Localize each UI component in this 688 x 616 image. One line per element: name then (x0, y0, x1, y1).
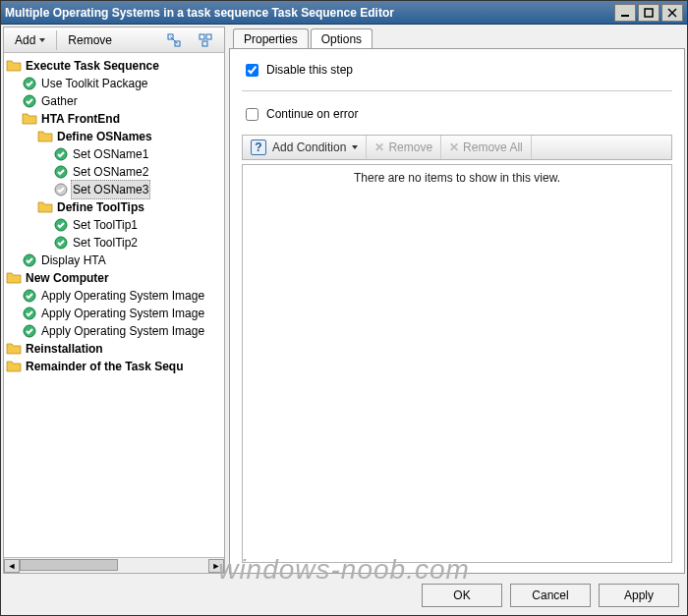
folder-icon (6, 270, 22, 286)
tree-item[interactable]: Set ToolTip1 (6, 216, 222, 234)
folder-icon (6, 341, 22, 357)
tree-item-label: Set OSName3 (71, 180, 150, 199)
tabs: Properties Options (229, 27, 685, 48)
scroll-right-arrow[interactable]: ► (208, 559, 224, 573)
add-condition-label: Add Condition (272, 140, 346, 154)
folder-icon (6, 359, 22, 374)
cancel-button[interactable]: Cancel (510, 584, 591, 607)
tree-item-label: Define ToolTips (55, 198, 146, 216)
add-step-button[interactable]: Add (8, 29, 52, 51)
tree-item-label: HTA FrontEnd (39, 110, 122, 128)
tab-properties[interactable]: Properties (233, 28, 309, 48)
tree-item[interactable]: Apply Operating System Image (6, 322, 222, 340)
remove-all-label: Remove All (463, 140, 523, 154)
tree-item-label: Set OSName2 (71, 163, 150, 181)
svg-rect-1 (645, 9, 653, 17)
folder-icon (37, 129, 53, 144)
tree-item-label: Gather (39, 92, 80, 110)
continue-on-error-checkbox[interactable]: Continue on error (242, 103, 672, 125)
tab-options[interactable]: Options (311, 28, 373, 48)
task-sequence-editor-window: Multiple Operating Systems in a task seq… (0, 0, 688, 616)
tree-item-label: New Computer (24, 269, 111, 287)
tree-item[interactable]: New Computer (6, 269, 222, 287)
tree-item-label: Set OSName1 (71, 145, 150, 163)
help-icon: ? (251, 140, 266, 155)
tree-item[interactable]: Define ToolTips (6, 198, 222, 216)
conditions-toolbar: ? Add Condition ✕ Remove ✕ Remove All (242, 135, 672, 160)
tree-item[interactable]: Gather (6, 92, 222, 110)
check-icon (22, 252, 37, 268)
tree-item[interactable]: Use Toolkit Package (6, 75, 222, 92)
tree-item-label: Apply Operating System Image (39, 287, 206, 305)
disable-checkbox-input[interactable] (246, 64, 258, 77)
check-icon (53, 164, 69, 180)
title-bar[interactable]: Multiple Operating Systems in a task seq… (1, 1, 687, 25)
tree-item[interactable]: Apply Operating System Image (6, 305, 222, 322)
svg-rect-8 (202, 41, 207, 46)
add-condition-button[interactable]: ? Add Condition (243, 136, 367, 159)
tree-item[interactable]: Execute Task Sequence (6, 57, 222, 75)
folder-icon (22, 111, 37, 127)
check-icon (53, 217, 69, 233)
collapse-all-icon[interactable] (189, 29, 220, 51)
tree-item-label: Reinstallation (24, 340, 105, 358)
task-sequence-tree[interactable]: Execute Task SequenceUse Toolkit Package… (4, 53, 224, 379)
apply-button[interactable]: Apply (599, 584, 679, 607)
tree-item[interactable]: Apply Operating System Image (6, 287, 222, 305)
check-icon (22, 323, 37, 339)
continue-label: Continue on error (266, 107, 358, 121)
tree-item[interactable]: Set OSName3 (6, 181, 222, 198)
tree-toolbar: Add Remove (4, 28, 224, 53)
check-icon (22, 288, 37, 304)
tree-item[interactable]: Remainder of the Task Sequ (6, 358, 222, 375)
tree-item[interactable]: Display HTA (6, 252, 222, 269)
chevron-down-icon (39, 38, 45, 42)
tree-item[interactable]: Set ToolTip2 (6, 234, 222, 252)
delete-icon: ✕ (374, 140, 384, 154)
disable-label: Disable this step (266, 63, 353, 77)
tree-item[interactable]: Reinstallation (6, 340, 222, 358)
empty-list-text: There are no items to show in this view. (354, 171, 560, 185)
tree-item-label: Apply Operating System Image (39, 322, 206, 340)
minimize-button[interactable] (614, 4, 636, 22)
check-icon (22, 76, 37, 91)
window-title: Multiple Operating Systems in a task seq… (5, 1, 394, 25)
chevron-down-icon (352, 145, 358, 149)
folder-icon (37, 199, 53, 215)
svg-rect-6 (200, 34, 204, 39)
maximize-button[interactable] (638, 4, 659, 22)
left-pane: Add Remove Execute Tas (3, 27, 225, 574)
gray-icon (53, 182, 69, 197)
ok-button[interactable]: OK (422, 584, 502, 607)
remove-step-button[interactable]: Remove (61, 29, 119, 51)
tree-item-label: Set ToolTip2 (71, 234, 140, 252)
tree-item-label: Display HTA (39, 252, 108, 269)
check-icon (22, 306, 37, 321)
tree-horizontal-scrollbar[interactable]: ◄ ► (4, 557, 224, 573)
tree-item-label: Execute Task Sequence (24, 57, 161, 75)
right-pane: Properties Options Disable this step Con… (229, 27, 685, 574)
tree-item-label: Use Toolkit Package (39, 75, 150, 92)
scroll-left-arrow[interactable]: ◄ (4, 559, 20, 573)
disable-step-checkbox[interactable]: Disable this step (242, 59, 672, 81)
remove-label: Remove (68, 33, 112, 47)
tree-item-label: Apply Operating System Image (39, 305, 206, 322)
close-button[interactable] (661, 4, 683, 22)
tree-item-label: Remainder of the Task Sequ (24, 358, 185, 375)
tree-item[interactable]: Define OSNames (6, 128, 222, 145)
remove-all-conditions-button: ✕ Remove All (441, 136, 532, 159)
dialog-footer: OK Cancel Apply (1, 576, 687, 615)
tree-item[interactable]: Set OSName1 (6, 145, 222, 163)
expand-all-icon[interactable] (157, 29, 189, 51)
check-icon (22, 93, 37, 109)
svg-rect-7 (206, 34, 211, 39)
conditions-list[interactable]: There are no items to show in this view. (242, 164, 672, 563)
remove-cond-label: Remove (388, 140, 432, 154)
tree-item[interactable]: Set OSName2 (6, 163, 222, 181)
tree-item-label: Set ToolTip1 (71, 216, 140, 234)
continue-checkbox-input[interactable] (246, 108, 258, 121)
folder-icon (6, 58, 22, 74)
remove-condition-button: ✕ Remove (367, 136, 441, 159)
tree-item[interactable]: HTA FrontEnd (6, 110, 222, 128)
options-tabpage: Disable this step Continue on error ? Ad… (229, 48, 685, 574)
